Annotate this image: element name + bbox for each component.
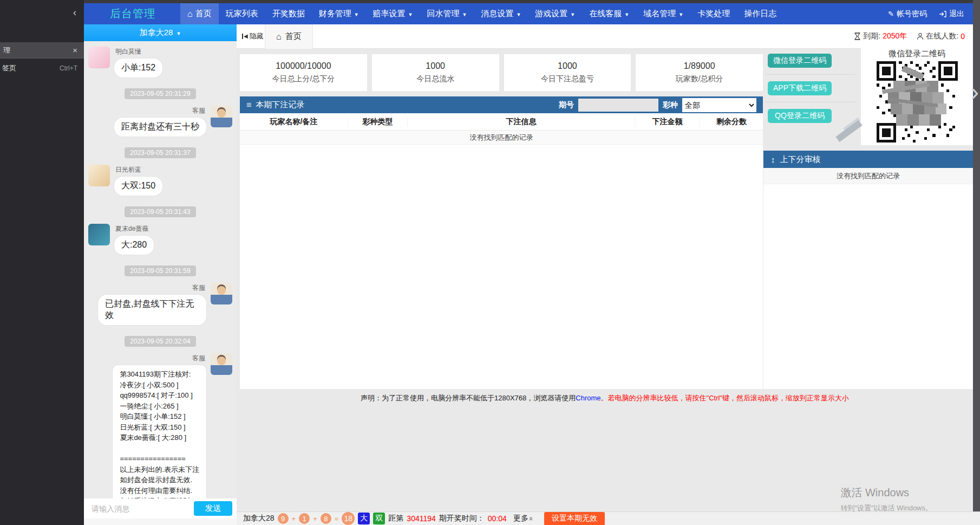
qq-qr-button[interactable]: QQ登录二维码	[768, 109, 832, 123]
new-tab-label: 签页	[2, 63, 16, 73]
nav-item-rebate[interactable]: 回水管理▼	[420, 3, 474, 24]
top-navbar: 后台管理 ⌂ 首页 玩家列表 开奖数据 财务管理▼ 赔率设置▼ 回水管理▼ 消息…	[84, 3, 973, 24]
nav-item-prize[interactable]: 卡奖处理	[690, 3, 737, 24]
col-bet-info: 下注信息	[408, 117, 635, 127]
caret-down-icon: ▼	[516, 12, 521, 17]
divider	[766, 74, 855, 75]
sender-name: 客服	[113, 354, 205, 363]
chat-timestamp: 2023-09-05 20:31:59	[88, 265, 232, 275]
chat-timestamp: 2023-09-05 20:31:43	[88, 206, 232, 216]
tag-double: 双	[373, 513, 385, 524]
chevron-right-icon[interactable]: ›	[971, 77, 979, 106]
app-download-qr-button[interactable]: APP下载二维码	[768, 81, 832, 95]
collapse-left-icon: ◀	[242, 34, 248, 39]
chat-message-list[interactable]: 明白莫懂 小单:152 2023-09-05 20:31:29 客服 距离封盘还…	[84, 41, 237, 498]
lottery-label: 彩种	[663, 100, 678, 110]
wechat-qr-card: 微信登录二维码	[861, 47, 973, 145]
app-brand: 后台管理	[84, 7, 180, 21]
tab-home[interactable]: ⌂ 首页	[265, 24, 313, 49]
chevron-up-icon: «	[527, 516, 535, 520]
avatar	[211, 353, 232, 375]
home-icon: ⌂	[187, 10, 193, 18]
account-password-link[interactable]: ✎ 帐号密码	[888, 9, 927, 19]
nav-item-home[interactable]: ⌂ 首页	[180, 3, 219, 24]
resolution-notice: 声明：为了正常使用，电脑分辨率不能低于1280X768，浏览器请使用Chrome…	[237, 393, 973, 403]
sender-name: 客服	[98, 283, 205, 293]
chat-room-selector[interactable]: 加拿大28▼	[84, 24, 237, 41]
stat-card-turnover: 1000 今日总流水	[372, 54, 499, 91]
draw-sum-ball: 18	[342, 512, 355, 525]
person-icon	[917, 33, 924, 40]
bet-table-header: 玩家名称/备注 彩种类型 下注信息 下注金额 剩余分数	[240, 113, 763, 131]
screen: ‹ 理 × 签页 Ctrl+T 后台管理 ⌂ 首页 玩家列表 开奖数据 财务管理…	[0, 0, 980, 525]
avatar	[88, 224, 110, 245]
issue-input[interactable]	[578, 99, 658, 112]
chrome-link[interactable]: Chrome	[576, 394, 600, 402]
close-icon[interactable]: ×	[73, 46, 77, 55]
browser-tab-title: 理	[3, 46, 10, 55]
message-bubble: 小单:152	[114, 59, 162, 77]
game-name: 加拿大28	[243, 514, 275, 523]
windows-watermark: 激活 Windows 转到"设置"以激活 Windows。	[840, 485, 932, 513]
stat-card-profit: 1000 今日下注总盈亏	[504, 54, 631, 91]
draw-countdown: 00:04	[488, 514, 507, 523]
home-icon: ⌂	[276, 33, 282, 41]
sidebar-collapse-icon[interactable]: ‹	[73, 8, 76, 17]
browser-tab[interactable]: 理 ×	[0, 42, 84, 59]
hide-sidebar-button[interactable]: ◀ 隐藏	[242, 31, 264, 41]
lottery-select[interactable]: 全部	[682, 98, 756, 112]
draw-number-ball: 8	[321, 513, 331, 524]
nav-item-game-settings[interactable]: 游戏设置▼	[528, 3, 582, 24]
nav-item-odds[interactable]: 赔率设置▼	[366, 3, 420, 24]
message-bubble: 大:280	[114, 236, 154, 255]
new-tab-item[interactable]: 签页 Ctrl+T	[0, 61, 84, 76]
caret-down-icon: ▼	[408, 12, 413, 17]
caret-down-icon: ▼	[176, 31, 181, 36]
invalidate-period-button[interactable]: 设置本期无效	[544, 512, 605, 525]
expire-info: 到期: 2050年 在线人数: 0	[854, 31, 965, 41]
hourglass-icon	[854, 33, 861, 40]
chat-message: 夏末de蔷薇 大:280	[88, 224, 232, 255]
more-toggle[interactable]: 更多 «	[513, 514, 533, 523]
logout-link[interactable]: 退出	[939, 9, 964, 19]
new-tab-shortcut: Ctrl+T	[60, 64, 77, 72]
chat-input-bar: 发送	[84, 498, 237, 518]
nav-item-finance[interactable]: 财务管理▼	[312, 3, 366, 24]
stats-row: 100000/10000 今日总上分/总下分 1000 今日总流水 1000 今…	[240, 54, 763, 91]
nav-item-players[interactable]: 玩家列表	[219, 3, 265, 24]
tag-big: 大	[358, 513, 370, 524]
avatar	[88, 47, 110, 68]
nav-item-message[interactable]: 消息设置▼	[474, 3, 528, 24]
caret-down-icon: ▼	[570, 12, 575, 17]
pencil-icon: ✎	[888, 10, 894, 18]
caret-down-icon: ▼	[354, 12, 359, 17]
up-down-icon: ↕	[771, 155, 775, 164]
draw-status-bar: 加拿大28 9 + 1 + 8 = 18 大 双 距第 3041194期开奖时间…	[237, 511, 980, 525]
nav-item-logs[interactable]: 操作日志	[737, 3, 783, 24]
message-bubble: 距离封盘还有三十秒	[114, 118, 206, 137]
audit-empty: 没有找到匹配的记录	[763, 168, 973, 184]
wechat-qr-button[interactable]: 微信登录二维码	[768, 54, 832, 68]
nav-item-domain[interactable]: 域名管理▼	[636, 3, 690, 24]
bet-records-header: ≡ 本期下注记录 期号 彩种 全部	[240, 96, 763, 113]
bet-table-empty: 没有找到匹配的记录	[240, 131, 763, 145]
chat-message: 客服 已封盘,封盘线下下注无效	[88, 283, 232, 325]
col-remaining: 剩余分数	[700, 117, 763, 127]
nav-item-draw-data[interactable]: 开奖数据	[265, 3, 312, 24]
main-area: ◀ 隐藏 ⌂ 首页 到期: 2050年 在线人数: 0	[237, 24, 980, 525]
send-button[interactable]: 发送	[194, 501, 232, 516]
col-lottery-type: 彩种类型	[348, 117, 408, 127]
issue-label: 期号	[559, 100, 574, 110]
chat-message: 客服 距离封盘还有三十秒	[88, 106, 232, 137]
divider	[766, 102, 855, 102]
nav-item-online-service[interactable]: 在线客服▼	[582, 3, 636, 24]
content-area: 100000/10000 今日总上分/总下分 1000 今日总流水 1000 今…	[237, 49, 973, 525]
chat-message-input[interactable]	[92, 504, 190, 513]
side-panel: 微信登录二维码 APP下载二维码 QQ登录二维码 微信登录二维码	[763, 49, 973, 389]
chat-message: 客服 第3041193期下注核对: 冷夜汐:[ 小双:500 ] qq99985…	[88, 353, 232, 498]
expire-date: 到期: 2050年	[854, 31, 907, 41]
avatar	[88, 165, 110, 186]
avatar	[211, 283, 232, 304]
menu-icon: ≡	[246, 100, 251, 110]
stat-card-players: 1/89000 玩家数/总积分	[636, 54, 763, 91]
